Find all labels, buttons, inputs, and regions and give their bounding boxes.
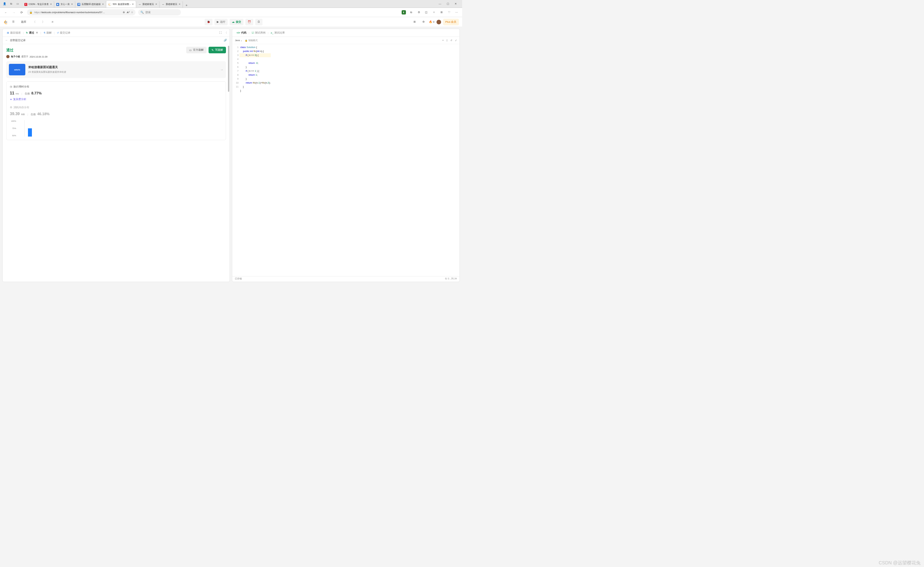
browser-toolbar: ← → ⟳ 🔒 https://leetcode.cn/problems/fib… <box>0 8 462 17</box>
close-icon[interactable]: ✕ <box>71 3 73 6</box>
profile-icon[interactable]: 👤 <box>3 2 7 6</box>
tab-baidu-translate[interactable]: 译百度翻译-您的超级✕ <box>75 1 106 8</box>
minimize-icon[interactable]: — <box>439 2 441 5</box>
streak-count[interactable]: 🔥 0 <box>429 20 434 23</box>
problems-button[interactable]: 题库 <box>19 19 28 26</box>
fullscreen-icon[interactable]: ⛶ <box>219 31 222 35</box>
tab-newtab-1[interactable]: ▭新建标签页✕ <box>136 1 159 8</box>
tab-code[interactable]: </>代码 <box>235 30 248 36</box>
close-icon[interactable]: ✕ <box>132 3 134 6</box>
toggle-sidebar-button[interactable]: ☰ <box>10 19 17 26</box>
runtime-unit: ms <box>15 92 19 95</box>
layout-button[interactable]: ⊞ <box>411 19 418 26</box>
left-tabs: ▤题目描述 | ↻通过✕ | ⚗题解 | ↺提交记录 ⛶ 〈 <box>3 29 230 37</box>
next-problem-button[interactable]: 〉 <box>40 19 47 26</box>
submit-button[interactable]: ☁ 提交 <box>230 19 243 26</box>
official-solution-button[interactable]: ▭官方题解 <box>186 47 207 53</box>
close-icon[interactable]: ✕ <box>102 3 104 6</box>
read-aloud-icon[interactable]: A⁾ <box>127 11 129 14</box>
link-icon[interactable]: 🔗 <box>224 39 227 42</box>
close-icon[interactable]: ✕ <box>155 3 157 6</box>
tab-csdn[interactable]: CCSDN - 专业开发者✕ <box>22 1 54 8</box>
language-selector[interactable]: Java ⌄ <box>235 39 242 42</box>
notes-button[interactable]: 🗒 <box>255 19 262 26</box>
tab-results[interactable]: ≥_测试结果 <box>269 30 286 36</box>
reset-icon[interactable]: ↺ <box>450 39 452 42</box>
debug-button[interactable]: 🐞 <box>205 19 213 26</box>
smart-mode[interactable]: 🔒 智能模式 <box>245 39 258 42</box>
write-solution-button[interactable]: ✎写题解 <box>208 47 226 53</box>
format-icon[interactable]: ≡ <box>442 39 443 42</box>
close-icon[interactable]: ✕ <box>178 3 181 6</box>
tab-submissions[interactable]: ↺提交记录 <box>55 30 72 36</box>
tab-testcases[interactable]: ☑测试用例 <box>250 30 267 36</box>
tab-description[interactable]: ▤题目描述 <box>5 30 22 36</box>
code-editor[interactable]: 1234567891011 class Solution { public in… <box>232 44 459 276</box>
promo-thumb: miHoYo <box>9 64 26 75</box>
fullscreen-icon[interactable]: ⤢ <box>455 39 457 42</box>
timer-button[interactable]: ⏰ <box>245 19 253 26</box>
workspaces-icon[interactable]: ⧉ <box>9 2 13 6</box>
memory-row: 39.39 MB | 击败 46.18% <box>10 111 222 116</box>
prev-problem-button[interactable]: 〈 <box>31 19 38 26</box>
right-tabs: </>代码 | ☑测试用例 | ≥_测试结果 <box>232 29 459 37</box>
performance-icon[interactable]: ♡ <box>447 10 451 15</box>
y-tick: 100% <box>10 120 16 122</box>
collapse-icon[interactable]: 〈 <box>224 31 227 35</box>
settings-button[interactable]: ⚙ <box>420 19 427 26</box>
tab-label: CSDN - 专业开发者 <box>28 3 49 6</box>
tab-accepted[interactable]: ↻通过✕ <box>24 30 40 36</box>
collections-icon[interactable]: ⧉ <box>409 10 414 15</box>
code-content[interactable]: class Solution { public int fib(int n) {… <box>240 44 270 276</box>
back-button[interactable]: ← <box>3 10 9 15</box>
address-bar[interactable]: 🔒 https://leetcode.cn/problems/fibonacci… <box>27 9 135 15</box>
run-button[interactable]: ▶ 运行 <box>214 19 228 26</box>
maximize-icon[interactable]: ▢ <box>447 2 449 5</box>
all-submissions-label[interactable]: 全部提交记录 <box>10 39 26 42</box>
tab-newtab-2[interactable]: ▭新建标签页✕ <box>159 1 183 8</box>
search-icon: 🔍 <box>141 11 144 14</box>
doc-icon: ▤ <box>7 32 9 34</box>
favorites-icon[interactable]: ✧ <box>432 10 436 15</box>
chart-bar[interactable] <box>28 128 32 137</box>
zoom-icon[interactable]: ⊕ <box>123 11 125 14</box>
submitter-avatar[interactable] <box>6 55 9 58</box>
flask-icon: ⚗ <box>44 32 45 34</box>
submitter-name[interactable]: 兔子小姐 <box>11 55 20 58</box>
y-tick: 75% <box>10 127 16 129</box>
tab-wenxin[interactable]: ◆文心一言✕ <box>54 1 75 8</box>
favorite-icon[interactable]: ☆ <box>131 11 133 14</box>
random-button[interactable]: ⤭ <box>49 19 56 26</box>
user-avatar[interactable] <box>436 20 441 24</box>
new-tab-button[interactable]: ＋ <box>183 3 190 8</box>
status-accepted: 通过 <box>6 48 14 53</box>
promo-card[interactable]: miHoYo 米哈游最新面试题通关 23 道最新真实面试题快速通关米哈游 → <box>6 61 226 78</box>
downloads-icon[interactable]: ⬇ <box>402 10 406 15</box>
beat-label: 击败 <box>31 113 36 116</box>
close-icon[interactable]: ✕ <box>50 3 52 6</box>
close-window-icon[interactable]: ✕ <box>454 2 457 5</box>
leetcode-logo-icon[interactable] <box>3 20 8 24</box>
plus-button[interactable]: Plus 会员 <box>443 19 459 26</box>
book-icon: ▭ <box>189 49 192 52</box>
tab-leetcode[interactable]: 509. 斐波那契数 -✕ <box>106 1 136 8</box>
back-icon[interactable]: ← <box>5 39 8 42</box>
search-box[interactable]: 🔍 搜索 <box>138 9 181 15</box>
more-icon[interactable]: ⋯ <box>454 10 459 15</box>
bookmark-icon[interactable]: ▯ <box>446 39 448 42</box>
arrow-right-icon: → <box>220 68 224 71</box>
scrollbar-thumb[interactable] <box>228 46 229 92</box>
tab-actions-icon[interactable]: ▭ <box>16 2 20 6</box>
toolbar-right-icons: ⬇ ⧉ ⚙ ◫ ✧ ⊞ ♡ ⋯ <box>402 10 459 15</box>
complexity-link[interactable]: ✦复杂度分析 <box>10 98 222 101</box>
window-left-icons: 👤 ⧉ ▭ <box>3 2 20 6</box>
refresh-button[interactable]: ⟳ <box>19 10 24 15</box>
tab-solutions[interactable]: ⚗题解 <box>42 30 53 36</box>
split-screen-icon[interactable]: ◫ <box>424 10 429 15</box>
extensions-icon[interactable]: ⚙ <box>417 10 421 15</box>
right-panel: </>代码 | ☑测试用例 | ≥_测试结果 Java ⌄ 🔒 智能模式 ≡ ▯… <box>232 29 459 282</box>
reading-list-icon[interactable]: ⊞ <box>440 10 444 15</box>
forward-button: → <box>11 10 16 15</box>
result-header: 通过 ▭官方题解 ✎写题解 <box>6 47 226 53</box>
close-icon[interactable]: ✕ <box>36 31 38 34</box>
